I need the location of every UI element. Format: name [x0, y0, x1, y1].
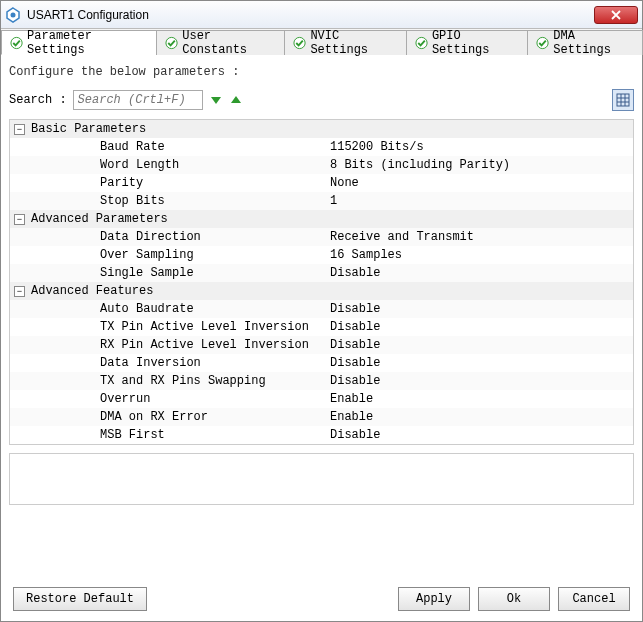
param-name: Baud Rate [100, 140, 330, 154]
param-value: Receive and Transmit [330, 230, 633, 244]
group-header[interactable]: −Advanced Features [10, 282, 633, 300]
param-value: Disable [330, 338, 633, 352]
param-name: Word Length [100, 158, 330, 172]
param-name: Overrun [100, 392, 330, 406]
collapse-icon[interactable]: − [14, 214, 25, 225]
param-name: Single Sample [100, 266, 330, 280]
svg-point-1 [11, 12, 16, 17]
param-value: 1 [330, 194, 633, 208]
tab-gpio-settings[interactable]: GPIO Settings [406, 30, 528, 55]
param-row[interactable]: TX and RX Pins SwappingDisable [10, 372, 633, 390]
group-title: Advanced Parameters [31, 212, 168, 226]
param-name: DMA on RX Error [100, 410, 330, 424]
search-prev-icon[interactable] [229, 93, 243, 107]
param-name: TX and RX Pins Swapping [100, 374, 330, 388]
tab-user-constants[interactable]: User Constants [156, 30, 285, 55]
tab-dma-settings[interactable]: DMA Settings [527, 30, 643, 55]
titlebar: USART1 Configuration [1, 1, 642, 29]
tabs: Parameter SettingsUser ConstantsNVIC Set… [1, 29, 642, 55]
tab-parameter-settings[interactable]: Parameter Settings [1, 30, 157, 55]
param-row[interactable]: TX Pin Active Level InversionDisable [10, 318, 633, 336]
param-row[interactable]: DMA on RX ErrorEnable [10, 408, 633, 426]
param-value: None [330, 176, 633, 190]
svg-rect-9 [617, 94, 629, 106]
tab-label: User Constants [182, 29, 276, 57]
param-value: 16 Samples [330, 248, 633, 262]
tab-label: DMA Settings [553, 29, 634, 57]
param-name: Over Sampling [100, 248, 330, 262]
param-name: Parity [100, 176, 330, 190]
footer: Restore Default Apply Ok Cancel [1, 577, 642, 621]
close-button[interactable] [594, 6, 638, 24]
tab-label: GPIO Settings [432, 29, 519, 57]
param-row[interactable]: Over Sampling16 Samples [10, 246, 633, 264]
param-value: Disable [330, 428, 633, 442]
description-panel [9, 453, 634, 505]
group-title: Basic Parameters [31, 122, 146, 136]
param-row[interactable]: MSB FirstDisable [10, 426, 633, 444]
param-name: Data Inversion [100, 356, 330, 370]
search-row: Search : [9, 89, 634, 111]
param-name: RX Pin Active Level Inversion [100, 338, 330, 352]
app-icon [5, 7, 21, 23]
cancel-button[interactable]: Cancel [558, 587, 630, 611]
collapse-icon[interactable]: − [14, 286, 25, 297]
param-value: Disable [330, 266, 633, 280]
group-title: Advanced Features [31, 284, 153, 298]
param-row[interactable]: Baud Rate115200 Bits/s [10, 138, 633, 156]
param-row[interactable]: Data DirectionReceive and Transmit [10, 228, 633, 246]
ok-button[interactable]: Ok [478, 587, 550, 611]
param-name: Stop Bits [100, 194, 330, 208]
svg-marker-8 [231, 96, 241, 103]
param-value: Enable [330, 410, 633, 424]
view-mode-button[interactable] [612, 89, 634, 111]
param-name: Data Direction [100, 230, 330, 244]
param-row[interactable]: Stop Bits1 [10, 192, 633, 210]
window-title: USART1 Configuration [27, 8, 594, 22]
param-value: Disable [330, 302, 633, 316]
content: Configure the below parameters : Search … [1, 55, 642, 577]
collapse-icon[interactable]: − [14, 124, 25, 135]
param-row[interactable]: OverrunEnable [10, 390, 633, 408]
param-value: Disable [330, 320, 633, 334]
param-row[interactable]: Data InversionDisable [10, 354, 633, 372]
param-row[interactable]: RX Pin Active Level InversionDisable [10, 336, 633, 354]
param-value: Enable [330, 392, 633, 406]
group-header[interactable]: −Advanced Parameters [10, 210, 633, 228]
group-header[interactable]: −Basic Parameters [10, 120, 633, 138]
apply-button[interactable]: Apply [398, 587, 470, 611]
tab-label: NVIC Settings [310, 29, 397, 57]
search-label: Search : [9, 93, 67, 107]
parameter-table: −Basic ParametersBaud Rate115200 Bits/sW… [9, 119, 634, 445]
param-value: 8 Bits (including Parity) [330, 158, 633, 172]
search-input[interactable] [73, 90, 203, 110]
param-value: Disable [330, 374, 633, 388]
param-row[interactable]: Auto BaudrateDisable [10, 300, 633, 318]
param-name: MSB First [100, 428, 330, 442]
configure-label: Configure the below parameters : [9, 65, 634, 79]
param-name: TX Pin Active Level Inversion [100, 320, 330, 334]
param-value: Disable [330, 356, 633, 370]
restore-default-button[interactable]: Restore Default [13, 587, 147, 611]
svg-marker-7 [211, 97, 221, 104]
config-window: USART1 Configuration Parameter SettingsU… [0, 0, 643, 622]
search-next-icon[interactable] [209, 93, 223, 107]
param-name: Auto Baudrate [100, 302, 330, 316]
param-row[interactable]: ParityNone [10, 174, 633, 192]
param-row[interactable]: Word Length8 Bits (including Parity) [10, 156, 633, 174]
tab-label: Parameter Settings [27, 29, 148, 57]
tab-nvic-settings[interactable]: NVIC Settings [284, 30, 406, 55]
param-value: 115200 Bits/s [330, 140, 633, 154]
param-row[interactable]: Single SampleDisable [10, 264, 633, 282]
